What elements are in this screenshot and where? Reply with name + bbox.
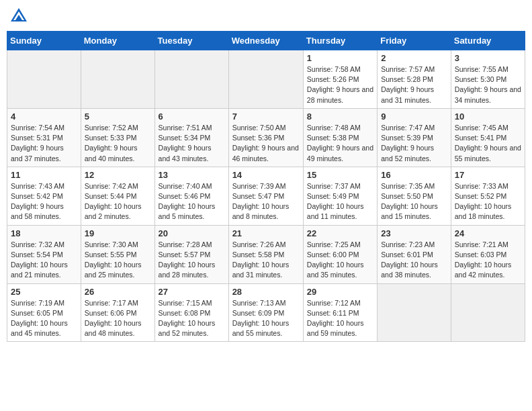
day-number: 15	[307, 170, 373, 180]
day-info: Sunrise: 7:26 AM Sunset: 5:58 PM Dayligh…	[232, 240, 300, 281]
day-info: Sunrise: 7:23 AM Sunset: 6:01 PM Dayligh…	[381, 240, 447, 281]
calendar-cell	[378, 283, 451, 342]
calendar-header-row: SundayMondayTuesdayWednesdayThursdayFrid…	[7, 32, 525, 50]
page-header	[7, 7, 525, 26]
col-header-thursday: Thursday	[303, 32, 377, 50]
calendar-cell: 12Sunrise: 7:42 AM Sunset: 5:44 PM Dayli…	[81, 167, 154, 225]
calendar-cell: 1Sunrise: 7:58 AM Sunset: 5:26 PM Daylig…	[303, 50, 377, 109]
day-number: 4	[11, 111, 77, 122]
day-info: Sunrise: 7:54 AM Sunset: 5:31 PM Dayligh…	[11, 123, 77, 164]
calendar-cell: 21Sunrise: 7:26 AM Sunset: 5:58 PM Dayli…	[228, 225, 303, 283]
calendar-cell: 28Sunrise: 7:13 AM Sunset: 6:09 PM Dayli…	[228, 283, 303, 342]
day-number: 10	[455, 111, 521, 122]
day-info: Sunrise: 7:43 AM Sunset: 5:42 PM Dayligh…	[11, 181, 77, 222]
day-info: Sunrise: 7:12 AM Sunset: 6:11 PM Dayligh…	[307, 298, 373, 339]
day-info: Sunrise: 7:32 AM Sunset: 5:54 PM Dayligh…	[11, 240, 77, 281]
day-info: Sunrise: 7:58 AM Sunset: 5:26 PM Dayligh…	[307, 64, 373, 105]
calendar-week-1: 1Sunrise: 7:58 AM Sunset: 5:26 PM Daylig…	[7, 50, 525, 109]
calendar-cell: 14Sunrise: 7:39 AM Sunset: 5:47 PM Dayli…	[228, 167, 303, 225]
calendar-cell: 17Sunrise: 7:33 AM Sunset: 5:52 PM Dayli…	[451, 167, 525, 225]
day-info: Sunrise: 7:35 AM Sunset: 5:50 PM Dayligh…	[381, 181, 447, 222]
calendar-week-3: 11Sunrise: 7:43 AM Sunset: 5:42 PM Dayli…	[7, 167, 525, 225]
calendar-cell	[154, 50, 228, 109]
day-info: Sunrise: 7:47 AM Sunset: 5:39 PM Dayligh…	[381, 123, 447, 164]
day-info: Sunrise: 7:42 AM Sunset: 5:44 PM Dayligh…	[85, 181, 151, 222]
day-number: 28	[232, 287, 300, 297]
calendar-week-5: 25Sunrise: 7:19 AM Sunset: 6:05 PM Dayli…	[7, 283, 525, 342]
day-number: 7	[232, 111, 300, 122]
day-info: Sunrise: 7:21 AM Sunset: 6:03 PM Dayligh…	[455, 240, 521, 281]
day-number: 9	[381, 111, 447, 122]
day-number: 29	[307, 287, 373, 297]
calendar-table: SundayMondayTuesdayWednesdayThursdayFrid…	[7, 31, 525, 342]
day-info: Sunrise: 7:40 AM Sunset: 5:46 PM Dayligh…	[159, 181, 225, 222]
calendar-cell: 22Sunrise: 7:25 AM Sunset: 6:00 PM Dayli…	[303, 225, 377, 283]
calendar-cell: 18Sunrise: 7:32 AM Sunset: 5:54 PM Dayli…	[7, 225, 81, 283]
calendar-week-4: 18Sunrise: 7:32 AM Sunset: 5:54 PM Dayli…	[7, 225, 525, 283]
day-number: 3	[455, 53, 521, 63]
calendar-cell: 29Sunrise: 7:12 AM Sunset: 6:11 PM Dayli…	[303, 283, 377, 342]
col-header-sunday: Sunday	[7, 32, 81, 50]
day-number: 25	[11, 287, 77, 297]
day-number: 22	[307, 228, 373, 238]
col-header-wednesday: Wednesday	[228, 32, 303, 50]
day-number: 21	[232, 228, 300, 238]
day-info: Sunrise: 7:28 AM Sunset: 5:57 PM Dayligh…	[159, 240, 225, 281]
calendar-cell: 5Sunrise: 7:52 AM Sunset: 5:33 PM Daylig…	[81, 108, 154, 167]
calendar-cell	[81, 50, 154, 109]
calendar-cell: 15Sunrise: 7:37 AM Sunset: 5:49 PM Dayli…	[303, 167, 377, 225]
day-number: 2	[381, 53, 447, 63]
day-number: 6	[159, 111, 225, 122]
calendar-cell	[7, 50, 81, 109]
day-number: 23	[381, 228, 447, 238]
calendar-cell: 8Sunrise: 7:48 AM Sunset: 5:38 PM Daylig…	[303, 108, 377, 167]
calendar-cell: 13Sunrise: 7:40 AM Sunset: 5:46 PM Dayli…	[154, 167, 228, 225]
day-info: Sunrise: 7:17 AM Sunset: 6:06 PM Dayligh…	[85, 298, 151, 339]
logo	[9, 7, 31, 26]
day-number: 1	[307, 53, 373, 63]
calendar-cell: 7Sunrise: 7:50 AM Sunset: 5:36 PM Daylig…	[228, 108, 303, 167]
day-number: 26	[85, 287, 151, 297]
day-info: Sunrise: 7:55 AM Sunset: 5:30 PM Dayligh…	[455, 64, 521, 105]
day-info: Sunrise: 7:33 AM Sunset: 5:52 PM Dayligh…	[455, 181, 521, 222]
day-number: 16	[381, 170, 447, 180]
calendar-cell: 26Sunrise: 7:17 AM Sunset: 6:06 PM Dayli…	[81, 283, 154, 342]
calendar-cell: 20Sunrise: 7:28 AM Sunset: 5:57 PM Dayli…	[154, 225, 228, 283]
calendar-cell: 4Sunrise: 7:54 AM Sunset: 5:31 PM Daylig…	[7, 108, 81, 167]
day-info: Sunrise: 7:15 AM Sunset: 6:08 PM Dayligh…	[159, 298, 225, 339]
calendar-cell: 6Sunrise: 7:51 AM Sunset: 5:34 PM Daylig…	[154, 108, 228, 167]
day-info: Sunrise: 7:30 AM Sunset: 5:55 PM Dayligh…	[85, 240, 151, 281]
day-info: Sunrise: 7:45 AM Sunset: 5:41 PM Dayligh…	[455, 123, 521, 164]
day-info: Sunrise: 7:19 AM Sunset: 6:05 PM Dayligh…	[11, 298, 77, 339]
calendar-cell: 11Sunrise: 7:43 AM Sunset: 5:42 PM Dayli…	[7, 167, 81, 225]
day-info: Sunrise: 7:39 AM Sunset: 5:47 PM Dayligh…	[232, 181, 300, 222]
day-number: 20	[159, 228, 225, 238]
calendar-cell: 10Sunrise: 7:45 AM Sunset: 5:41 PM Dayli…	[451, 108, 525, 167]
day-number: 24	[455, 228, 521, 238]
day-number: 27	[159, 287, 225, 297]
calendar-cell: 19Sunrise: 7:30 AM Sunset: 5:55 PM Dayli…	[81, 225, 154, 283]
calendar-cell	[451, 283, 525, 342]
day-info: Sunrise: 7:57 AM Sunset: 5:28 PM Dayligh…	[381, 64, 447, 105]
calendar-cell: 9Sunrise: 7:47 AM Sunset: 5:39 PM Daylig…	[378, 108, 451, 167]
day-info: Sunrise: 7:25 AM Sunset: 6:00 PM Dayligh…	[307, 240, 373, 281]
calendar-cell: 2Sunrise: 7:57 AM Sunset: 5:28 PM Daylig…	[378, 50, 451, 109]
day-number: 11	[11, 170, 77, 180]
day-info: Sunrise: 7:48 AM Sunset: 5:38 PM Dayligh…	[307, 123, 373, 164]
calendar-cell	[228, 50, 303, 109]
calendar-cell: 3Sunrise: 7:55 AM Sunset: 5:30 PM Daylig…	[451, 50, 525, 109]
calendar-cell: 23Sunrise: 7:23 AM Sunset: 6:01 PM Dayli…	[378, 225, 451, 283]
col-header-friday: Friday	[378, 32, 451, 50]
day-number: 5	[85, 111, 151, 122]
day-number: 18	[11, 228, 77, 238]
calendar-cell: 27Sunrise: 7:15 AM Sunset: 6:08 PM Dayli…	[154, 283, 228, 342]
col-header-saturday: Saturday	[451, 32, 525, 50]
calendar-cell: 16Sunrise: 7:35 AM Sunset: 5:50 PM Dayli…	[378, 167, 451, 225]
day-number: 19	[85, 228, 151, 238]
calendar-week-2: 4Sunrise: 7:54 AM Sunset: 5:31 PM Daylig…	[7, 108, 525, 167]
day-number: 8	[307, 111, 373, 122]
day-info: Sunrise: 7:50 AM Sunset: 5:36 PM Dayligh…	[232, 123, 300, 164]
day-number: 14	[232, 170, 300, 180]
day-info: Sunrise: 7:51 AM Sunset: 5:34 PM Dayligh…	[159, 123, 225, 164]
day-info: Sunrise: 7:13 AM Sunset: 6:09 PM Dayligh…	[232, 298, 300, 339]
